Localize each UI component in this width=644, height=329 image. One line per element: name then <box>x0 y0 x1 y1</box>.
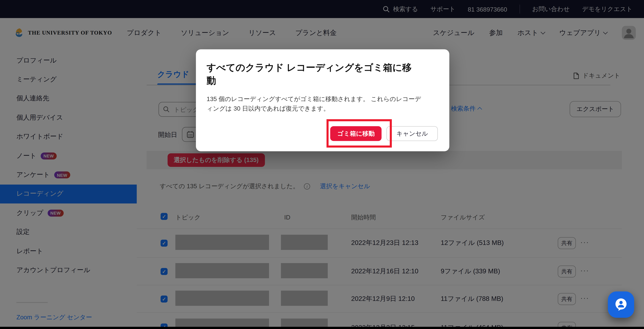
bottom-edge-bar <box>0 327 644 329</box>
modal-title: すべてのクラウド レコーディングをゴミ箱に移動 <box>206 61 414 87</box>
zoom-web-portal: 検索する サポート 81 368973660 お問い合わせ デモをリクエスト T… <box>0 0 644 329</box>
annotation-highlight-box <box>326 119 392 148</box>
cancel-button[interactable]: キャンセル <box>386 126 438 141</box>
move-to-trash-modal: すべてのクラウド レコーディングをゴミ箱に移動 135 個のレコーディングすべて… <box>196 49 449 151</box>
chat-person-icon <box>614 297 628 312</box>
support-chat-button[interactable] <box>608 291 634 318</box>
modal-body-text: 135 個のレコーディングすべてがゴミ箱に移動されます。 これらのレコーディング… <box>206 94 426 113</box>
